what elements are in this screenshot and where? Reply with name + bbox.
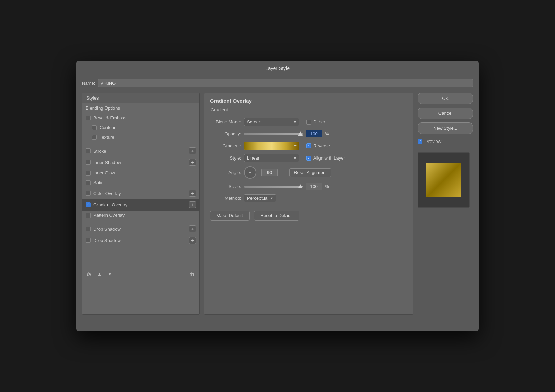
satin-label: Satin	[93, 180, 196, 185]
pattern-overlay-checkbox[interactable]	[86, 213, 91, 218]
preview-thumbnail	[418, 152, 470, 208]
sidebar-item-contour[interactable]: Contour	[82, 123, 199, 133]
opacity-input[interactable]	[306, 130, 322, 137]
blend-mode-row: Blend Mode: Screen Normal Multiply Overl…	[210, 118, 408, 126]
dialog-title: Layer Style	[76, 61, 479, 75]
angle-label: Angle:	[210, 170, 241, 175]
blend-mode-select[interactable]: Screen Normal Multiply Overlay	[244, 118, 299, 126]
scale-slider[interactable]	[244, 184, 303, 189]
reverse-row: Reverse	[306, 143, 330, 148]
ok-button[interactable]: OK	[418, 93, 473, 104]
drop-shadow-2-checkbox[interactable]	[86, 238, 91, 243]
inner-glow-label: Inner Glow	[93, 170, 196, 176]
blend-mode-label: Blend Mode:	[210, 119, 241, 125]
trash-button[interactable]: 🗑	[188, 270, 196, 278]
angle-input[interactable]	[261, 169, 278, 176]
stroke-checkbox[interactable]	[86, 148, 91, 153]
gradient-select-wrapper[interactable]: ▼	[244, 142, 299, 150]
gradient-overlay-checkbox[interactable]	[86, 202, 91, 207]
align-layer-checkbox[interactable]	[306, 156, 311, 161]
gradient-overlay-label: Gradient Overlay	[93, 202, 188, 207]
sidebar-item-stroke[interactable]: Stroke +	[82, 145, 199, 157]
name-input[interactable]	[98, 79, 473, 87]
drop-shadow-1-label: Drop Shadow	[93, 227, 188, 232]
cancel-button[interactable]: Cancel	[418, 108, 473, 119]
method-label: Method:	[210, 196, 241, 201]
reverse-label: Reverse	[313, 143, 330, 148]
inner-shadow-checkbox[interactable]	[86, 160, 91, 165]
gradient-preview[interactable]	[244, 142, 299, 150]
color-overlay-add-button[interactable]: +	[189, 190, 196, 197]
opacity-row: Opacity: %	[210, 130, 408, 137]
inner-glow-checkbox[interactable]	[86, 171, 91, 176]
sidebar-item-bevel[interactable]: Bevel & Emboss	[82, 113, 199, 123]
angle-unit: °	[281, 170, 282, 175]
satin-checkbox[interactable]	[86, 180, 91, 185]
style-select-wrapper[interactable]: Linear Radial Angle Reflected Diamond	[244, 154, 299, 162]
pattern-overlay-label: Pattern Overlay	[93, 213, 196, 218]
style-row: Style: Linear Radial Angle Reflected Dia…	[210, 154, 408, 162]
sidebar-item-pattern-overlay[interactable]: Pattern Overlay	[82, 211, 199, 220]
reset-alignment-button[interactable]: Reset Alignment	[289, 168, 331, 177]
bottom-bar: fx ▲ ▼ 🗑	[82, 267, 199, 281]
preview-square	[426, 163, 461, 197]
drop-shadow-2-add-button[interactable]: +	[189, 237, 196, 244]
fx-button[interactable]: fx	[86, 271, 93, 278]
opacity-unit: %	[325, 131, 329, 136]
scale-input[interactable]	[306, 183, 322, 190]
reverse-checkbox[interactable]	[306, 143, 311, 148]
left-panel: Styles Blending Options Bevel & Emboss C…	[82, 93, 200, 315]
method-select[interactable]: Perceptual Saturation Absolute	[244, 194, 276, 202]
right-panel: OK Cancel New Style... Preview	[418, 93, 473, 315]
contour-checkbox[interactable]	[92, 125, 97, 130]
name-row: Name:	[76, 75, 479, 87]
sidebar-item-inner-shadow[interactable]: Inner Shadow +	[82, 157, 199, 168]
layer-style-dialog: Layer Style Name: Styles Blending Option…	[76, 61, 479, 331]
contour-label: Contour	[100, 125, 196, 130]
inner-shadow-add-button[interactable]: +	[189, 159, 196, 166]
reset-to-default-button[interactable]: Reset to Default	[254, 211, 299, 221]
action-buttons-row: Make Default Reset to Default	[210, 211, 408, 221]
angle-dial[interactable]	[244, 166, 256, 179]
dither-checkbox[interactable]	[306, 120, 311, 125]
new-style-button[interactable]: New Style...	[418, 122, 473, 134]
scale-row: Scale: %	[210, 183, 408, 190]
sidebar-item-drop-shadow-2[interactable]: Drop Shadow +	[82, 235, 199, 246]
styles-section: Styles Blending Options Bevel & Emboss C…	[82, 93, 200, 315]
bevel-label: Bevel & Emboss	[93, 115, 196, 120]
texture-checkbox[interactable]	[92, 135, 97, 140]
make-default-button[interactable]: Make Default	[210, 211, 250, 221]
gradient-overlay-add-button[interactable]: +	[189, 201, 196, 208]
color-overlay-label: Color Overlay	[93, 191, 188, 196]
method-select-wrapper[interactable]: Perceptual Saturation Absolute	[244, 194, 276, 202]
bevel-checkbox[interactable]	[86, 116, 91, 120]
style-select[interactable]: Linear Radial Angle Reflected Diamond	[244, 154, 299, 162]
preview-row: Preview	[418, 137, 473, 145]
blending-options-item[interactable]: Blending Options	[82, 103, 199, 113]
drop-shadow-1-checkbox[interactable]	[86, 227, 91, 231]
gradient-label: Gradient:	[210, 143, 241, 148]
blend-mode-select-wrapper[interactable]: Screen Normal Multiply Overlay	[244, 118, 299, 126]
texture-label: Texture	[100, 135, 196, 140]
sidebar-item-texture[interactable]: Texture	[82, 133, 199, 142]
preview-label: Preview	[425, 139, 441, 144]
sidebar-item-drop-shadow-1[interactable]: Drop Shadow +	[82, 223, 199, 235]
align-layer-row: Align with Layer	[306, 155, 345, 161]
drop-shadow-1-add-button[interactable]: +	[189, 225, 196, 232]
down-arrow-button[interactable]: ▼	[106, 270, 113, 278]
opacity-slider[interactable]	[244, 131, 303, 137]
content-title: Gradient Overlay	[210, 98, 408, 104]
sidebar-item-color-overlay[interactable]: Color Overlay +	[82, 188, 199, 199]
inner-shadow-label: Inner Shadow	[93, 160, 188, 165]
color-overlay-checkbox[interactable]	[86, 191, 91, 196]
up-arrow-button[interactable]: ▲	[95, 270, 103, 278]
sidebar-item-inner-glow[interactable]: Inner Glow	[82, 168, 199, 178]
dither-row: Dither	[306, 119, 325, 125]
stroke-add-button[interactable]: +	[189, 147, 196, 154]
scale-label: Scale:	[210, 184, 241, 189]
align-layer-label: Align with Layer	[313, 155, 345, 161]
sidebar-item-satin[interactable]: Satin	[82, 178, 199, 188]
preview-checkbox[interactable]	[418, 139, 422, 144]
sidebar-item-gradient-overlay[interactable]: Gradient Overlay +	[82, 199, 199, 211]
scale-unit: %	[325, 184, 329, 189]
